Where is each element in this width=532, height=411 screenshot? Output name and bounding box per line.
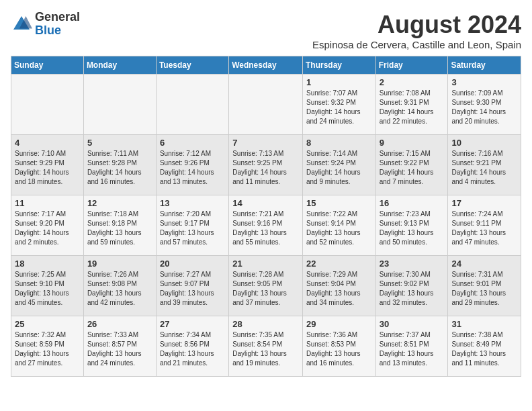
calendar-body: 1Sunrise: 7:07 AM Sunset: 9:32 PM Daylig… [11,75,521,377]
header-cell-monday: Monday [83,56,156,75]
day-number: 24 [451,259,517,269]
day-info: Sunrise: 7:33 AM Sunset: 8:57 PM Dayligh… [87,331,142,367]
calendar-cell: 1Sunrise: 7:07 AM Sunset: 9:32 PM Daylig… [302,75,375,135]
day-info: Sunrise: 7:30 AM Sunset: 9:02 PM Dayligh… [380,271,434,306]
day-info: Sunrise: 7:23 AM Sunset: 9:13 PM Dayligh… [380,210,434,246]
day-number: 12 [87,198,152,208]
day-number: 15 [306,198,372,208]
logo-blue: Blue [35,24,80,38]
day-number: 31 [451,319,517,329]
day-info: Sunrise: 7:15 AM Sunset: 9:22 PM Dayligh… [380,150,434,185]
week-row-4: 18Sunrise: 7:25 AM Sunset: 9:10 PM Dayli… [11,256,521,316]
day-info: Sunrise: 7:11 AM Sunset: 9:28 PM Dayligh… [87,150,142,185]
day-info: Sunrise: 7:25 AM Sunset: 9:10 PM Dayligh… [15,271,69,306]
week-row-5: 25Sunrise: 7:32 AM Sunset: 8:59 PM Dayli… [11,316,521,377]
calendar-cell: 31Sunrise: 7:38 AM Sunset: 8:49 PM Dayli… [448,316,521,377]
day-info: Sunrise: 7:18 AM Sunset: 9:18 PM Dayligh… [87,210,142,246]
day-info: Sunrise: 7:35 AM Sunset: 8:54 PM Dayligh… [232,331,287,367]
logo-text: General Blue [35,11,80,38]
calendar-header: SundayMondayTuesdayWednesdayThursdayFrid… [11,56,521,75]
day-number: 22 [306,259,372,269]
day-number: 27 [160,319,225,329]
day-number: 26 [87,319,152,329]
day-number: 21 [232,259,299,269]
week-row-3: 11Sunrise: 7:17 AM Sunset: 9:20 PM Dayli… [11,195,521,256]
day-number: 8 [306,138,372,148]
day-info: Sunrise: 7:31 AM Sunset: 9:01 PM Dayligh… [451,271,506,306]
calendar-cell: 23Sunrise: 7:30 AM Sunset: 9:02 PM Dayli… [375,256,448,316]
day-info: Sunrise: 7:22 AM Sunset: 9:14 PM Dayligh… [306,210,361,246]
calendar-cell: 10Sunrise: 7:16 AM Sunset: 9:21 PM Dayli… [448,135,521,195]
calendar-cell: 8Sunrise: 7:14 AM Sunset: 9:24 PM Daylig… [302,135,375,195]
location-subtitle: Espinosa de Cervera, Castille and Leon, … [312,39,521,50]
day-info: Sunrise: 7:36 AM Sunset: 8:53 PM Dayligh… [306,331,361,367]
calendar-cell [156,75,228,135]
day-number: 19 [87,259,152,269]
day-number: 10 [451,138,517,148]
week-row-2: 4Sunrise: 7:10 AM Sunset: 9:29 PM Daylig… [11,135,521,195]
calendar-cell: 21Sunrise: 7:28 AM Sunset: 9:05 PM Dayli… [229,256,303,316]
page-header: General Blue August 2024 Espinosa de Cer… [11,11,521,50]
calendar-cell: 28Sunrise: 7:35 AM Sunset: 8:54 PM Dayli… [229,316,303,377]
header-cell-thursday: Thursday [302,56,375,75]
day-number: 6 [160,138,225,148]
day-number: 3 [451,77,517,87]
calendar-cell: 29Sunrise: 7:36 AM Sunset: 8:53 PM Dayli… [302,316,375,377]
header-cell-friday: Friday [375,56,448,75]
calendar-cell: 9Sunrise: 7:15 AM Sunset: 9:22 PM Daylig… [375,135,448,195]
day-info: Sunrise: 7:21 AM Sunset: 9:16 PM Dayligh… [232,210,287,246]
calendar-cell: 12Sunrise: 7:18 AM Sunset: 9:18 PM Dayli… [83,195,156,256]
day-info: Sunrise: 7:07 AM Sunset: 9:32 PM Dayligh… [306,89,361,125]
calendar-cell: 7Sunrise: 7:13 AM Sunset: 9:25 PM Daylig… [229,135,303,195]
month-year-title: August 2024 [312,11,521,39]
header-cell-saturday: Saturday [448,56,521,75]
day-number: 14 [232,198,299,208]
calendar-cell: 2Sunrise: 7:08 AM Sunset: 9:31 PM Daylig… [375,75,448,135]
day-number: 28 [232,319,299,329]
calendar-cell [83,75,156,135]
calendar-cell: 19Sunrise: 7:26 AM Sunset: 9:08 PM Dayli… [83,256,156,316]
day-number: 16 [380,198,445,208]
day-number: 1 [306,77,372,87]
day-info: Sunrise: 7:28 AM Sunset: 9:05 PM Dayligh… [232,271,287,306]
day-number: 4 [15,138,80,148]
day-info: Sunrise: 7:13 AM Sunset: 9:25 PM Dayligh… [232,150,287,185]
day-info: Sunrise: 7:37 AM Sunset: 8:51 PM Dayligh… [380,331,434,367]
day-number: 2 [380,77,445,87]
day-info: Sunrise: 7:29 AM Sunset: 9:04 PM Dayligh… [306,271,361,306]
calendar-cell: 3Sunrise: 7:09 AM Sunset: 9:30 PM Daylig… [448,75,521,135]
calendar-cell: 27Sunrise: 7:34 AM Sunset: 8:56 PM Dayli… [156,316,228,377]
calendar-cell: 4Sunrise: 7:10 AM Sunset: 9:29 PM Daylig… [11,135,84,195]
calendar-cell: 30Sunrise: 7:37 AM Sunset: 8:51 PM Dayli… [375,316,448,377]
day-info: Sunrise: 7:09 AM Sunset: 9:30 PM Dayligh… [451,89,506,125]
calendar-cell: 14Sunrise: 7:21 AM Sunset: 9:16 PM Dayli… [229,195,303,256]
calendar-cell: 5Sunrise: 7:11 AM Sunset: 9:28 PM Daylig… [83,135,156,195]
day-number: 13 [160,198,225,208]
calendar-cell: 11Sunrise: 7:17 AM Sunset: 9:20 PM Dayli… [11,195,84,256]
day-info: Sunrise: 7:12 AM Sunset: 9:26 PM Dayligh… [160,150,214,185]
day-number: 18 [15,259,80,269]
day-info: Sunrise: 7:20 AM Sunset: 9:17 PM Dayligh… [160,210,214,246]
calendar-cell: 24Sunrise: 7:31 AM Sunset: 9:01 PM Dayli… [448,256,521,316]
calendar-table: SundayMondayTuesdayWednesdayThursdayFrid… [11,56,521,377]
day-number: 5 [87,138,152,148]
day-info: Sunrise: 7:34 AM Sunset: 8:56 PM Dayligh… [160,331,214,367]
day-info: Sunrise: 7:32 AM Sunset: 8:59 PM Dayligh… [15,331,69,367]
day-info: Sunrise: 7:16 AM Sunset: 9:21 PM Dayligh… [451,150,506,185]
day-info: Sunrise: 7:26 AM Sunset: 9:08 PM Dayligh… [87,271,142,306]
day-info: Sunrise: 7:14 AM Sunset: 9:24 PM Dayligh… [306,150,361,185]
day-number: 9 [380,138,445,148]
calendar-cell: 25Sunrise: 7:32 AM Sunset: 8:59 PM Dayli… [11,316,84,377]
day-info: Sunrise: 7:08 AM Sunset: 9:31 PM Dayligh… [380,89,434,125]
day-number: 25 [15,319,80,329]
day-info: Sunrise: 7:38 AM Sunset: 8:49 PM Dayligh… [451,331,506,367]
day-number: 20 [160,259,225,269]
calendar-cell: 17Sunrise: 7:24 AM Sunset: 9:11 PM Dayli… [448,195,521,256]
calendar-cell: 22Sunrise: 7:29 AM Sunset: 9:04 PM Dayli… [302,256,375,316]
calendar-cell: 26Sunrise: 7:33 AM Sunset: 8:57 PM Dayli… [83,316,156,377]
header-cell-sunday: Sunday [11,56,84,75]
day-info: Sunrise: 7:10 AM Sunset: 9:29 PM Dayligh… [15,150,69,185]
day-number: 30 [380,319,445,329]
day-info: Sunrise: 7:24 AM Sunset: 9:11 PM Dayligh… [451,210,506,246]
header-cell-wednesday: Wednesday [229,56,303,75]
